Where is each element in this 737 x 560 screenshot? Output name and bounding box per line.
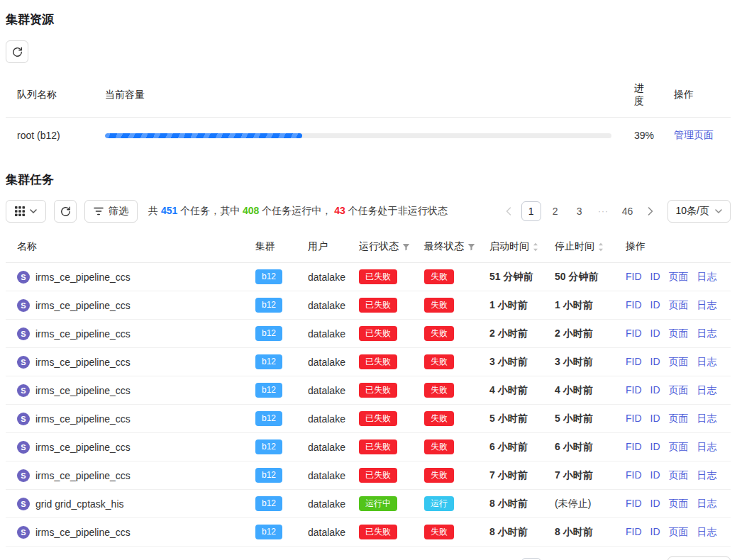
start-time: 1 小时前 [478, 291, 543, 320]
filter-funnel-icon[interactable] [402, 243, 410, 251]
page-ellipsis: ··· [594, 201, 614, 221]
table-row: S irms_ce_pipeline_ccs b12 datalake 已失败 … [6, 263, 731, 291]
start-time: 6 小时前 [478, 433, 543, 461]
page-number[interactable]: 3 [570, 201, 589, 221]
page-number[interactable]: 46 [618, 201, 638, 221]
log-link[interactable]: 日志 [697, 498, 717, 510]
page-link[interactable]: 页面 [669, 327, 689, 340]
row-actions: FIDID页面日志 [626, 526, 719, 539]
final-status-badge: 失败 [424, 298, 454, 313]
start-time: 7 小时前 [478, 461, 543, 490]
page-link[interactable]: 页面 [669, 469, 689, 482]
stop-time: 5 小时前 [543, 405, 614, 433]
page-link[interactable]: 页面 [669, 356, 689, 369]
table-row: S irms_ce_pipeline_ccs b12 datalake 已失败 … [6, 405, 731, 433]
fid-link[interactable]: FID [626, 441, 642, 454]
final-status-badge: 运行 [424, 496, 454, 511]
fid-link[interactable]: FID [626, 413, 642, 425]
task-name: irms_ce_pipeline_ccs [35, 300, 131, 311]
row-actions: FIDID页面日志 [626, 498, 719, 510]
page-number[interactable]: 2 [545, 201, 565, 221]
resources-refresh-button[interactable] [6, 40, 28, 63]
queue-name: root (b12) [6, 118, 94, 154]
sort-icon[interactable] [533, 242, 538, 252]
fid-link[interactable]: FID [626, 327, 642, 340]
log-link[interactable]: 日志 [697, 299, 717, 312]
page-size-select[interactable]: 10条/页 [667, 556, 731, 560]
refresh-icon [12, 47, 23, 57]
id-link[interactable]: ID [650, 384, 660, 397]
filter-funnel-icon[interactable] [467, 243, 475, 251]
fid-link[interactable]: FID [626, 384, 642, 397]
row-actions: FIDID页面日志 [626, 327, 719, 340]
start-time: 8 小时前 [478, 490, 543, 518]
cluster-badge: b12 [255, 496, 282, 511]
avatar: S [17, 327, 30, 340]
cluster-badge: b12 [255, 354, 282, 369]
log-link[interactable]: 日志 [697, 526, 717, 539]
stop-time: 3 小时前 [543, 348, 614, 376]
page-link[interactable]: 页面 [669, 413, 689, 425]
id-link[interactable]: ID [650, 526, 660, 539]
col-header-cluster: 集群 [244, 231, 297, 263]
user-name: datalake [297, 518, 348, 547]
table-row: S irms_ce_pipeline_ccs b12 datalake 已失败 … [6, 518, 731, 547]
task-table-body: S irms_ce_pipeline_ccs b12 datalake 已失败 … [6, 263, 731, 547]
run-status-badge: 已失败 [359, 326, 397, 341]
page-link[interactable]: 页面 [669, 526, 689, 539]
page-link[interactable]: 页面 [669, 299, 689, 312]
id-link[interactable]: ID [650, 498, 660, 510]
column-settings-button[interactable] [6, 200, 46, 223]
page-link[interactable]: 页面 [669, 441, 689, 454]
cluster-badge: b12 [255, 411, 282, 426]
id-link[interactable]: ID [650, 271, 660, 284]
fid-link[interactable]: FID [626, 498, 642, 510]
user-name: datalake [297, 433, 348, 461]
log-link[interactable]: 日志 [697, 384, 717, 397]
prev-page-icon[interactable] [500, 201, 517, 221]
page-link[interactable]: 页面 [669, 271, 689, 284]
user-name: datalake [297, 490, 348, 518]
log-link[interactable]: 日志 [697, 327, 717, 340]
avatar: S [17, 498, 30, 510]
log-link[interactable]: 日志 [697, 441, 717, 454]
next-page-icon[interactable] [642, 201, 659, 221]
page-link[interactable]: 页面 [669, 498, 689, 510]
log-link[interactable]: 日志 [697, 413, 717, 425]
page-size-value: 10条/页 [676, 205, 709, 218]
fid-link[interactable]: FID [626, 469, 642, 482]
id-link[interactable]: ID [650, 441, 660, 454]
col-header-queue: 队列名称 [6, 73, 94, 118]
id-link[interactable]: ID [650, 413, 660, 425]
fid-link[interactable]: FID [626, 356, 642, 369]
task-name: irms_ce_pipeline_ccs [35, 413, 131, 425]
id-link[interactable]: ID [650, 299, 660, 312]
user-name: datalake [297, 461, 348, 490]
row-actions: FIDID页面日志 [626, 469, 719, 482]
log-link[interactable]: 日志 [697, 271, 717, 284]
cluster-badge: b12 [255, 525, 282, 539]
id-link[interactable]: ID [650, 469, 660, 482]
tasks-summary: 共 451 个任务，其中 408 个任务运行中， 43 个任务处于非运行状态 [148, 205, 448, 218]
log-link[interactable]: 日志 [697, 469, 717, 482]
row-actions: FIDID页面日志 [626, 384, 719, 397]
grid-icon [15, 206, 25, 216]
fid-link[interactable]: FID [626, 271, 642, 284]
fid-link[interactable]: FID [626, 299, 642, 312]
page-number[interactable]: 1 [521, 201, 541, 221]
final-status-badge: 失败 [424, 354, 454, 369]
sort-icon[interactable] [598, 242, 604, 252]
page-size-select[interactable]: 10条/页 [667, 200, 731, 223]
filter-button[interactable]: 筛选 [84, 200, 138, 223]
final-status-badge: 失败 [424, 269, 454, 284]
page-link[interactable]: 页面 [669, 384, 689, 397]
log-link[interactable]: 日志 [697, 356, 717, 369]
tasks-refresh-button[interactable] [54, 200, 77, 223]
fid-link[interactable]: FID [626, 526, 642, 539]
id-link[interactable]: ID [650, 327, 660, 340]
stop-time: 2 小时前 [543, 320, 614, 348]
id-link[interactable]: ID [650, 356, 660, 369]
col-header-name: 名称 [6, 231, 244, 263]
manage-page-link[interactable]: 管理页面 [674, 129, 714, 140]
run-status-badge: 已失败 [359, 383, 397, 398]
